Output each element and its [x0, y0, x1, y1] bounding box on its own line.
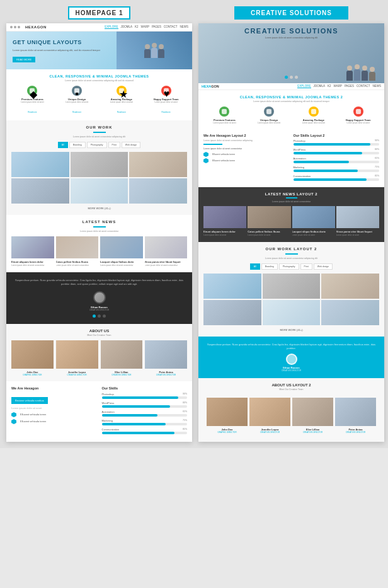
left-features: CLEAN, RESPONSIVE & MINIMAL JOOMLA THEME…: [6, 69, 192, 120]
left-badge-label: HOMEPAGE 1: [68, 6, 131, 20]
t-dot-2[interactable]: [98, 314, 101, 318]
r-filter-photography[interactable]: Photography: [279, 263, 299, 270]
r-filter-all[interactable]: All: [250, 263, 260, 270]
feature-readmore-4[interactable]: Readmore: [162, 111, 171, 113]
left-navbar: HEXAGON EXPLORE JOOMLA K2 WARP PAGES CON…: [6, 23, 192, 32]
hero-title: GET UNIQUE LAYOUTS: [13, 39, 113, 47]
team-2: Jennifer Lopez CREATIVE DIRECTOR: [56, 340, 98, 376]
we-are-button[interactable]: Becione vehicula norebus: [11, 397, 48, 404]
team-4: Peter Anina CREATIVE DIRECTOR: [145, 340, 187, 376]
filter-webdesign[interactable]: Web design: [122, 142, 140, 148]
left-navbar-links: EXPLORE JOOMLA K2 WARP PAGES CONTACT NEW…: [105, 25, 188, 29]
nav-link-5[interactable]: PAGES: [152, 25, 161, 29]
r-team-photo-1: [207, 398, 248, 426]
r-feature-icon-2: [264, 107, 274, 117]
news-img-1: [11, 236, 54, 258]
nav-link-3[interactable]: K2: [135, 25, 139, 29]
work-more-btn[interactable]: MORE WORK (41+): [11, 207, 187, 210]
right-features-tagline: CLEAN, RESPONSIVE & MINIMAL JOOMLA THEME…: [203, 95, 379, 99]
r-filter-branding[interactable]: Branding: [261, 263, 278, 270]
news-item-4: Vinca parva viter libunt fequet Lorem ip…: [145, 236, 188, 267]
skill-3: Automation 65%: [102, 410, 188, 417]
work-item-2[interactable]: [71, 152, 128, 177]
creative-solutions-title-area: CREATIVE SOLUTIONS Lorem ipsum dolor sit…: [198, 27, 384, 39]
news-item-1: Eirunt aliquam lorem dolor Lorem ipsum d…: [11, 236, 54, 267]
nav-link-6[interactable]: CONTACT: [164, 25, 177, 29]
news-img-2: [56, 236, 99, 258]
r-nav-2[interactable]: JOOMLA: [314, 84, 326, 88]
nav-link-1[interactable]: EXPLORE: [105, 25, 118, 29]
work-item-5[interactable]: [71, 178, 128, 204]
work-item-1[interactable]: [11, 152, 69, 177]
r-news-2: Catus pellent finibus lhuna Lorem ipsum …: [248, 206, 290, 237]
r-work-6[interactable]: [321, 300, 379, 325]
feature-4: ♥ Happy Support Team Lorem ipsum dolor s…: [145, 86, 187, 115]
we-are-title: We Are Hexagon: [11, 386, 97, 390]
team-photo-2: [56, 340, 98, 369]
filter-photography[interactable]: Photography: [87, 142, 107, 148]
r-hex-1: [203, 152, 208, 157]
r-work-4[interactable]: [203, 300, 261, 325]
left-testimonial: Suspendisse pretium. Nunc gravida vehicu…: [6, 272, 192, 324]
team-1: John Doe GRAPHIC DIRECTOR: [11, 340, 54, 376]
r-nav-7[interactable]: NEWS: [373, 84, 382, 88]
navbar-dot-3: [18, 26, 20, 28]
nav-link-4[interactable]: WARP: [141, 25, 149, 29]
r-team-1: John Doe GRAPHIC DIRECTOR: [207, 398, 248, 434]
team-photo-1: [11, 340, 54, 369]
team-grid: John Doe GRAPHIC DIRECTOR Jennifer Lopez…: [11, 340, 187, 376]
news-img-4: [145, 236, 188, 258]
work-item-3[interactable]: [129, 152, 187, 177]
right-testimonial: Suspendisse pretium. Nunc gravida vehicu…: [198, 337, 384, 378]
right-news-section: LATEST NEWS LAYOUT 2 Lorem ipsum dolor s…: [198, 187, 384, 242]
feature-readmore-1[interactable]: Readmore: [28, 111, 37, 113]
r-nav-6[interactable]: CONTACT: [357, 84, 370, 88]
work-item-4[interactable]: [11, 178, 69, 204]
right-column: CREATIVE SOLUTIONS: [198, 6, 384, 442]
feature-readmore-3[interactable]: Readmore: [117, 111, 126, 113]
t-dot-3[interactable]: [103, 314, 106, 318]
r-filter-webdesign[interactable]: Web design: [314, 263, 333, 270]
r-work-2[interactable]: [263, 274, 321, 299]
right-work-more-btn[interactable]: MORE WORK (41+): [203, 328, 379, 331]
hero-btn[interactable]: READ MORE: [13, 57, 35, 62]
main-container: HOMEPAGE 1 HEXAGON EXPLORE JOOMLA K2 WAR…: [0, 0, 388, 448]
right-work-title: OUR WORK LAYOUT 2: [203, 247, 379, 251]
nav-link-7[interactable]: NEWS: [180, 25, 189, 29]
filter-all[interactable]: All: [58, 142, 68, 148]
right-skills-title: Our Skills Layout 2: [294, 134, 380, 137]
r-nav-4[interactable]: WARP: [334, 84, 342, 88]
filter-print[interactable]: Print: [108, 142, 120, 148]
hero-image: [117, 32, 192, 69]
r-filter-print[interactable]: Print: [300, 263, 312, 270]
work-divider: [93, 132, 106, 133]
left-hero: GET UNIQUE LAYOUTS Lorem ipsum dolor sit…: [6, 32, 192, 69]
r-feature-3: Amazing Package Lorem ipsum dolor sit am…: [293, 107, 335, 125]
r-nav-5[interactable]: PAGES: [345, 84, 354, 88]
nav-link-2[interactable]: JOOMLA: [121, 25, 133, 29]
left-header: HOMEPAGE 1: [6, 6, 192, 20]
feature-readmore-2[interactable]: Readmore: [72, 111, 81, 113]
r-work-3[interactable]: [321, 274, 379, 299]
right-navbar: HEXAGON EXPLORE JOOMLA K2 WARP PAGES CON…: [198, 83, 384, 90]
right-test-role: CREATIVE DIRECTOR: [282, 369, 301, 372]
r-news-img-4: [336, 206, 379, 228]
right-our-skills: Our Skills Layout 2 Photoshop 90% WordPr…: [294, 134, 380, 183]
r-team-photo-4: [335, 398, 376, 426]
r-news-1: Eirunt aliquam lorem dolor Lorem ipsum d…: [203, 206, 246, 237]
news-title: LATEST NEWS: [11, 220, 187, 224]
work-item-6[interactable]: [129, 178, 187, 204]
feature-icon-4: ♥: [161, 86, 171, 96]
hexagon-icon-2: [11, 419, 16, 424]
r-nav-1[interactable]: EXPLORE: [297, 84, 311, 88]
skill-1: Photoshop 90%: [102, 393, 188, 399]
t-dot-1[interactable]: [93, 314, 96, 318]
r-work-5[interactable]: [263, 300, 321, 325]
right-logo[interactable]: HEXAGON: [202, 84, 219, 88]
r-work-1[interactable]: [203, 274, 261, 299]
filter-branding[interactable]: Branding: [69, 142, 86, 148]
r-nav-3[interactable]: K2: [328, 84, 331, 88]
left-logo[interactable]: HEXAGON: [25, 25, 47, 29]
hexagon-icon-1: [11, 412, 16, 417]
r-team-role-3: CREATIVE DIRECTOR: [292, 431, 333, 434]
